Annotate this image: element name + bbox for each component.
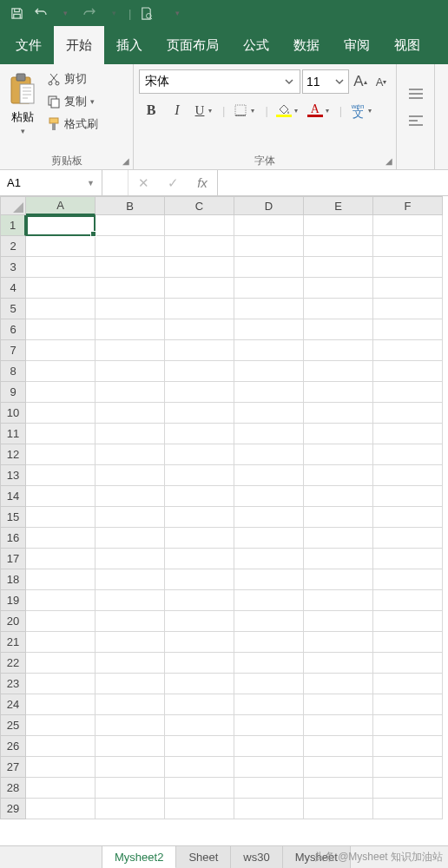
cell[interactable] — [234, 403, 304, 424]
cell[interactable] — [304, 611, 373, 632]
row-header[interactable]: 1 — [0, 215, 26, 236]
cell[interactable] — [96, 257, 165, 278]
cell[interactable] — [234, 674, 304, 694]
row-header[interactable]: 4 — [0, 278, 26, 299]
cell[interactable] — [373, 715, 443, 736]
cell[interactable] — [304, 715, 373, 736]
cell[interactable] — [304, 340, 373, 361]
cell[interactable] — [26, 549, 96, 569]
row-header[interactable]: 12 — [0, 444, 26, 465]
row-header[interactable]: 15 — [0, 507, 26, 528]
cell[interactable] — [234, 319, 304, 340]
fill-color-button[interactable]: ▾ — [273, 99, 303, 122]
cell[interactable] — [165, 278, 234, 299]
shrink-font-button[interactable]: A▾ — [372, 69, 391, 94]
cell[interactable] — [304, 569, 373, 590]
paste-dropdown-icon[interactable]: ▾ — [21, 127, 25, 135]
cell[interactable] — [165, 319, 234, 340]
row-header[interactable]: 29 — [0, 799, 26, 819]
confirm-button[interactable]: ✓ — [158, 175, 188, 191]
cell[interactable] — [304, 319, 373, 340]
cell[interactable] — [234, 340, 304, 361]
cell[interactable] — [304, 444, 373, 465]
bold-button[interactable]: B — [139, 99, 163, 122]
cell[interactable] — [96, 653, 165, 674]
cell[interactable] — [96, 694, 165, 715]
cell[interactable] — [304, 632, 373, 653]
tab-home[interactable]: 开始 — [54, 26, 104, 64]
cell[interactable] — [373, 299, 443, 319]
cell[interactable] — [96, 569, 165, 590]
column-header[interactable]: C — [165, 196, 234, 215]
cell[interactable] — [26, 403, 96, 424]
row-header[interactable]: 3 — [0, 257, 26, 278]
cell[interactable] — [26, 757, 96, 778]
cell[interactable] — [304, 778, 373, 799]
clipboard-launcher-icon[interactable]: ◢ — [122, 156, 129, 166]
cell[interactable] — [234, 632, 304, 653]
cell[interactable] — [96, 799, 165, 819]
cell[interactable] — [234, 653, 304, 674]
cell[interactable] — [373, 319, 443, 340]
cell[interactable] — [373, 674, 443, 694]
cell[interactable] — [234, 757, 304, 778]
tab-layout[interactable]: 页面布局 — [155, 26, 231, 64]
cell[interactable] — [26, 444, 96, 465]
cell[interactable] — [165, 569, 234, 590]
cell[interactable] — [96, 278, 165, 299]
phonetic-button[interactable]: wén 文 ▾ — [347, 99, 377, 122]
cut-button[interactable]: 剪切 — [43, 69, 102, 89]
cell[interactable] — [234, 590, 304, 611]
row-header[interactable]: 26 — [0, 736, 26, 757]
cell[interactable] — [373, 382, 443, 403]
cell[interactable] — [26, 278, 96, 299]
cell[interactable] — [234, 257, 304, 278]
cell[interactable] — [373, 465, 443, 486]
cell[interactable] — [165, 590, 234, 611]
align-top-button[interactable] — [407, 88, 425, 102]
qat-customize-icon[interactable]: ▾ — [166, 3, 188, 23]
cell[interactable] — [373, 486, 443, 507]
cell[interactable] — [165, 403, 234, 424]
cell[interactable] — [373, 444, 443, 465]
row-header[interactable]: 11 — [0, 424, 26, 444]
cell[interactable] — [96, 340, 165, 361]
row-header[interactable]: 7 — [0, 340, 26, 361]
cell[interactable] — [96, 736, 165, 757]
redo-icon[interactable] — [78, 3, 101, 23]
cell[interactable] — [26, 299, 96, 319]
cell[interactable] — [96, 215, 165, 236]
cell[interactable] — [26, 215, 96, 236]
cell[interactable] — [96, 465, 165, 486]
cell[interactable] — [26, 653, 96, 674]
cell[interactable] — [373, 653, 443, 674]
row-header[interactable]: 10 — [0, 403, 26, 424]
cell[interactable] — [304, 549, 373, 569]
cell[interactable] — [234, 715, 304, 736]
cell[interactable] — [373, 757, 443, 778]
fx-button[interactable]: fx — [188, 175, 217, 190]
cell[interactable] — [373, 424, 443, 444]
row-header[interactable]: 16 — [0, 528, 26, 549]
cell[interactable] — [165, 799, 234, 819]
chevron-down-icon[interactable]: ▾ — [326, 107, 334, 115]
cell[interactable] — [373, 215, 443, 236]
cell[interactable] — [373, 236, 443, 257]
cell[interactable] — [96, 319, 165, 340]
cell[interactable] — [234, 382, 304, 403]
cell[interactable] — [304, 465, 373, 486]
cell[interactable] — [96, 757, 165, 778]
cell[interactable] — [373, 632, 443, 653]
cell[interactable] — [26, 778, 96, 799]
sheet-tab[interactable]: ws30 — [231, 846, 282, 868]
cell[interactable] — [26, 465, 96, 486]
font-family-select[interactable]: 宋体 — [139, 69, 300, 94]
cell[interactable] — [165, 465, 234, 486]
column-header[interactable]: E — [304, 196, 373, 215]
cell[interactable] — [304, 257, 373, 278]
cell[interactable] — [234, 549, 304, 569]
cell[interactable] — [165, 340, 234, 361]
tab-view[interactable]: 视图 — [382, 26, 432, 64]
cell[interactable] — [165, 715, 234, 736]
cell[interactable] — [304, 653, 373, 674]
